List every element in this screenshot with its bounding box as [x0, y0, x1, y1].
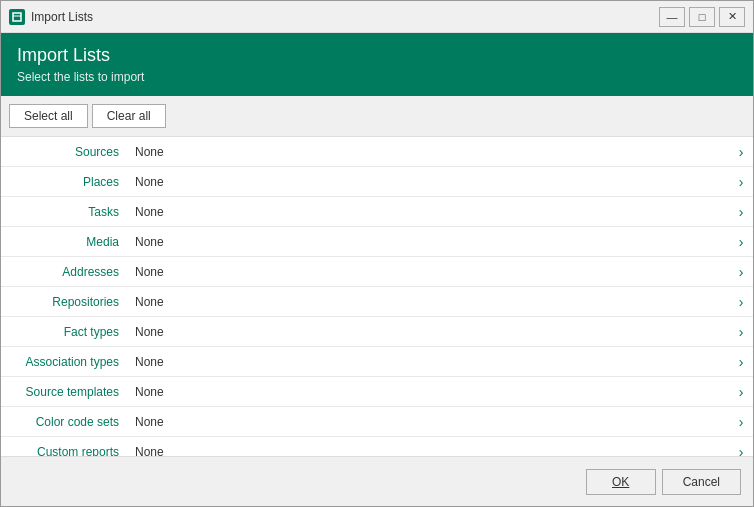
- title-bar-text: Import Lists: [31, 10, 659, 24]
- row-value: None: [131, 325, 729, 339]
- maximize-button[interactable]: □: [689, 7, 715, 27]
- row-label: Tasks: [1, 205, 131, 219]
- row-value: None: [131, 235, 729, 249]
- window-icon: [9, 9, 25, 25]
- row-label: Color code sets: [1, 415, 131, 429]
- list-item[interactable]: Source templatesNone›: [1, 377, 753, 407]
- chevron-right-icon: ›: [729, 384, 753, 400]
- list-item[interactable]: TasksNone›: [1, 197, 753, 227]
- row-label: Association types: [1, 355, 131, 369]
- row-label: Sources: [1, 145, 131, 159]
- row-value: None: [131, 295, 729, 309]
- close-button[interactable]: ✕: [719, 7, 745, 27]
- list-item[interactable]: Color code setsNone›: [1, 407, 753, 437]
- row-value: None: [131, 355, 729, 369]
- title-bar-controls: — □ ✕: [659, 7, 745, 27]
- chevron-right-icon: ›: [729, 414, 753, 430]
- row-value: None: [131, 415, 729, 429]
- header: Import Lists Select the lists to import: [1, 33, 753, 96]
- import-lists-window: Import Lists — □ ✕ Import Lists Select t…: [0, 0, 754, 507]
- footer: OK Cancel: [1, 456, 753, 506]
- list-item[interactable]: Custom reportsNone›: [1, 437, 753, 456]
- list-item[interactable]: Fact typesNone›: [1, 317, 753, 347]
- row-label: Media: [1, 235, 131, 249]
- list-item[interactable]: RepositoriesNone›: [1, 287, 753, 317]
- header-title: Import Lists: [17, 45, 737, 66]
- row-label: Addresses: [1, 265, 131, 279]
- list-item[interactable]: AddressesNone›: [1, 257, 753, 287]
- svg-rect-0: [13, 13, 21, 21]
- list-item[interactable]: PlacesNone›: [1, 167, 753, 197]
- clear-all-button[interactable]: Clear all: [92, 104, 166, 128]
- row-value: None: [131, 205, 729, 219]
- row-value: None: [131, 445, 729, 457]
- cancel-button[interactable]: Cancel: [662, 469, 741, 495]
- toolbar: Select all Clear all: [1, 96, 753, 137]
- row-value: None: [131, 265, 729, 279]
- list-container: SourcesNone›PlacesNone›TasksNone›MediaNo…: [1, 137, 753, 456]
- row-label: Fact types: [1, 325, 131, 339]
- row-value: None: [131, 385, 729, 399]
- row-label: Custom reports: [1, 445, 131, 457]
- chevron-right-icon: ›: [729, 234, 753, 250]
- chevron-right-icon: ›: [729, 204, 753, 220]
- chevron-right-icon: ›: [729, 354, 753, 370]
- row-label: Source templates: [1, 385, 131, 399]
- list-item[interactable]: Association typesNone›: [1, 347, 753, 377]
- row-label: Places: [1, 175, 131, 189]
- chevron-right-icon: ›: [729, 324, 753, 340]
- header-subtitle: Select the lists to import: [17, 70, 737, 84]
- chevron-right-icon: ›: [729, 174, 753, 190]
- ok-button[interactable]: OK: [586, 469, 656, 495]
- row-value: None: [131, 145, 729, 159]
- chevron-right-icon: ›: [729, 144, 753, 160]
- chevron-right-icon: ›: [729, 444, 753, 457]
- title-bar: Import Lists — □ ✕: [1, 1, 753, 33]
- minimize-button[interactable]: —: [659, 7, 685, 27]
- row-label: Repositories: [1, 295, 131, 309]
- list-item[interactable]: SourcesNone›: [1, 137, 753, 167]
- select-all-button[interactable]: Select all: [9, 104, 88, 128]
- row-value: None: [131, 175, 729, 189]
- list-item[interactable]: MediaNone›: [1, 227, 753, 257]
- chevron-right-icon: ›: [729, 294, 753, 310]
- chevron-right-icon: ›: [729, 264, 753, 280]
